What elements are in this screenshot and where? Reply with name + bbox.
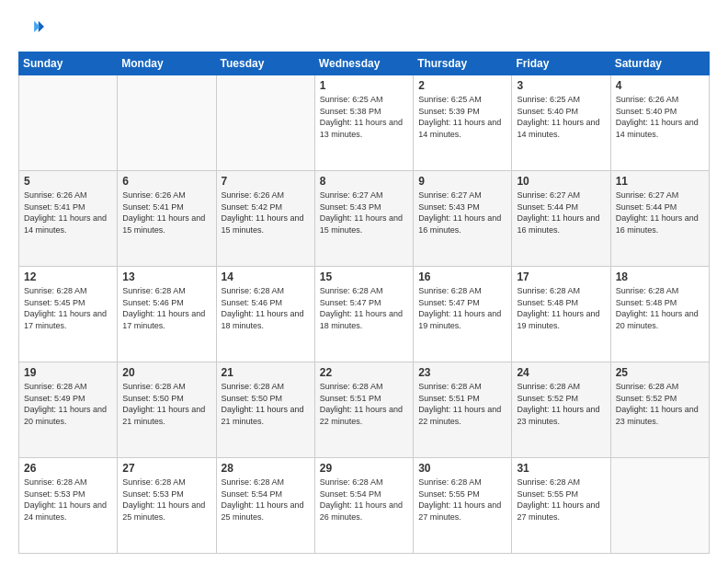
calendar-cell: 22Sunrise: 6:28 AM Sunset: 5:51 PM Dayli…	[314, 362, 413, 458]
calendar-cell: 7Sunrise: 6:26 AM Sunset: 5:42 PM Daylig…	[216, 171, 314, 267]
day-number: 27	[122, 462, 210, 475]
day-number: 11	[616, 175, 704, 188]
day-number: 15	[320, 270, 408, 283]
day-number: 31	[517, 462, 605, 475]
day-number: 7	[222, 175, 310, 188]
calendar-cell: 6Sunrise: 6:26 AM Sunset: 5:41 PM Daylig…	[118, 171, 216, 267]
calendar-cell: 29Sunrise: 6:28 AM Sunset: 5:54 PM Dayli…	[314, 458, 413, 554]
header-thursday: Thursday	[414, 52, 512, 75]
calendar-cell: 16Sunrise: 6:28 AM Sunset: 5:47 PM Dayli…	[414, 267, 512, 362]
calendar-cell: 17Sunrise: 6:28 AM Sunset: 5:48 PM Dayli…	[512, 267, 610, 362]
day-number: 24	[517, 366, 605, 379]
calendar-week-row: 1Sunrise: 6:25 AM Sunset: 5:38 PM Daylig…	[19, 75, 710, 171]
calendar-cell: 4Sunrise: 6:26 AM Sunset: 5:40 PM Daylig…	[610, 75, 709, 171]
day-info: Sunrise: 6:27 AM Sunset: 5:44 PM Dayligh…	[517, 190, 605, 236]
day-number: 1	[320, 79, 408, 92]
day-number: 30	[418, 462, 506, 475]
day-number: 3	[517, 79, 605, 92]
day-number: 25	[616, 366, 704, 379]
calendar-week-row: 19Sunrise: 6:28 AM Sunset: 5:49 PM Dayli…	[19, 362, 710, 458]
calendar-cell: 3Sunrise: 6:25 AM Sunset: 5:40 PM Daylig…	[512, 75, 610, 171]
day-info: Sunrise: 6:28 AM Sunset: 5:52 PM Dayligh…	[517, 381, 605, 427]
day-info: Sunrise: 6:26 AM Sunset: 5:42 PM Dayligh…	[222, 190, 310, 236]
header-saturday: Saturday	[610, 52, 709, 75]
calendar-cell: 25Sunrise: 6:28 AM Sunset: 5:52 PM Dayli…	[610, 362, 709, 458]
day-info: Sunrise: 6:25 AM Sunset: 5:40 PM Dayligh…	[517, 94, 605, 140]
day-info: Sunrise: 6:28 AM Sunset: 5:48 PM Dayligh…	[616, 285, 704, 331]
day-info: Sunrise: 6:27 AM Sunset: 5:43 PM Dayligh…	[418, 190, 506, 236]
calendar-cell: 18Sunrise: 6:28 AM Sunset: 5:48 PM Dayli…	[610, 267, 709, 362]
calendar-cell: 11Sunrise: 6:27 AM Sunset: 5:44 PM Dayli…	[610, 171, 709, 267]
day-info: Sunrise: 6:25 AM Sunset: 5:39 PM Dayligh…	[418, 94, 506, 140]
day-info: Sunrise: 6:28 AM Sunset: 5:49 PM Dayligh…	[24, 381, 112, 427]
day-number: 9	[418, 175, 506, 188]
day-number: 19	[24, 366, 112, 379]
day-number: 26	[24, 462, 112, 475]
logo	[18, 17, 48, 42]
day-info: Sunrise: 6:28 AM Sunset: 5:47 PM Dayligh…	[320, 285, 408, 331]
calendar-cell: 13Sunrise: 6:28 AM Sunset: 5:46 PM Dayli…	[118, 267, 216, 362]
calendar-week-row: 12Sunrise: 6:28 AM Sunset: 5:45 PM Dayli…	[19, 267, 710, 362]
day-info: Sunrise: 6:28 AM Sunset: 5:47 PM Dayligh…	[418, 285, 506, 331]
calendar-cell: 9Sunrise: 6:27 AM Sunset: 5:43 PM Daylig…	[414, 171, 512, 267]
calendar-cell: 12Sunrise: 6:28 AM Sunset: 5:45 PM Dayli…	[19, 267, 118, 362]
day-info: Sunrise: 6:25 AM Sunset: 5:38 PM Dayligh…	[320, 94, 408, 140]
day-info: Sunrise: 6:26 AM Sunset: 5:41 PM Dayligh…	[24, 190, 112, 236]
day-info: Sunrise: 6:27 AM Sunset: 5:43 PM Dayligh…	[320, 190, 408, 236]
day-info: Sunrise: 6:28 AM Sunset: 5:55 PM Dayligh…	[517, 477, 605, 523]
day-number: 20	[122, 366, 210, 379]
calendar-cell: 2Sunrise: 6:25 AM Sunset: 5:39 PM Daylig…	[414, 75, 512, 171]
calendar-table: Sunday Monday Tuesday Wednesday Thursday…	[18, 52, 710, 554]
day-number: 29	[320, 462, 408, 475]
day-number: 23	[418, 366, 506, 379]
day-info: Sunrise: 6:28 AM Sunset: 5:46 PM Dayligh…	[222, 285, 310, 331]
header-tuesday: Tuesday	[216, 52, 314, 75]
calendar-cell: 5Sunrise: 6:26 AM Sunset: 5:41 PM Daylig…	[19, 171, 118, 267]
day-info: Sunrise: 6:28 AM Sunset: 5:53 PM Dayligh…	[122, 477, 210, 523]
calendar-cell: 30Sunrise: 6:28 AM Sunset: 5:55 PM Dayli…	[414, 458, 512, 554]
day-info: Sunrise: 6:27 AM Sunset: 5:44 PM Dayligh…	[616, 190, 704, 236]
calendar-cell	[610, 458, 709, 554]
page: Sunday Monday Tuesday Wednesday Thursday…	[0, 0, 728, 563]
calendar-cell: 21Sunrise: 6:28 AM Sunset: 5:50 PM Dayli…	[216, 362, 314, 458]
calendar-cell: 23Sunrise: 6:28 AM Sunset: 5:51 PM Dayli…	[414, 362, 512, 458]
day-number: 13	[122, 270, 210, 283]
header-monday: Monday	[118, 52, 216, 75]
calendar-cell: 20Sunrise: 6:28 AM Sunset: 5:50 PM Dayli…	[118, 362, 216, 458]
header	[18, 17, 710, 42]
calendar-cell: 10Sunrise: 6:27 AM Sunset: 5:44 PM Dayli…	[512, 171, 610, 267]
calendar-cell: 24Sunrise: 6:28 AM Sunset: 5:52 PM Dayli…	[512, 362, 610, 458]
day-number: 14	[222, 270, 310, 283]
day-info: Sunrise: 6:28 AM Sunset: 5:53 PM Dayligh…	[24, 477, 112, 523]
header-sunday: Sunday	[19, 52, 118, 75]
day-info: Sunrise: 6:28 AM Sunset: 5:48 PM Dayligh…	[517, 285, 605, 331]
calendar-cell: 8Sunrise: 6:27 AM Sunset: 5:43 PM Daylig…	[314, 171, 413, 267]
day-info: Sunrise: 6:28 AM Sunset: 5:54 PM Dayligh…	[320, 477, 408, 523]
calendar-cell	[19, 75, 118, 171]
day-number: 12	[24, 270, 112, 283]
day-info: Sunrise: 6:28 AM Sunset: 5:54 PM Dayligh…	[222, 477, 310, 523]
day-number: 5	[24, 175, 112, 188]
day-number: 16	[418, 270, 506, 283]
calendar-cell: 28Sunrise: 6:28 AM Sunset: 5:54 PM Dayli…	[216, 458, 314, 554]
day-number: 8	[320, 175, 408, 188]
day-number: 28	[222, 462, 310, 475]
day-info: Sunrise: 6:28 AM Sunset: 5:51 PM Dayligh…	[320, 381, 408, 427]
day-number: 6	[122, 175, 210, 188]
calendar-cell: 19Sunrise: 6:28 AM Sunset: 5:49 PM Dayli…	[19, 362, 118, 458]
calendar-cell: 27Sunrise: 6:28 AM Sunset: 5:53 PM Dayli…	[118, 458, 216, 554]
day-number: 18	[616, 270, 704, 283]
day-number: 21	[222, 366, 310, 379]
calendar-cell: 15Sunrise: 6:28 AM Sunset: 5:47 PM Dayli…	[314, 267, 413, 362]
calendar-week-row: 26Sunrise: 6:28 AM Sunset: 5:53 PM Dayli…	[19, 458, 710, 554]
calendar-cell: 14Sunrise: 6:28 AM Sunset: 5:46 PM Dayli…	[216, 267, 314, 362]
day-info: Sunrise: 6:28 AM Sunset: 5:55 PM Dayligh…	[418, 477, 506, 523]
calendar-week-row: 5Sunrise: 6:26 AM Sunset: 5:41 PM Daylig…	[19, 171, 710, 267]
day-info: Sunrise: 6:28 AM Sunset: 5:45 PM Dayligh…	[24, 285, 112, 331]
day-info: Sunrise: 6:28 AM Sunset: 5:50 PM Dayligh…	[222, 381, 310, 427]
calendar-cell: 26Sunrise: 6:28 AM Sunset: 5:53 PM Dayli…	[19, 458, 118, 554]
day-info: Sunrise: 6:28 AM Sunset: 5:51 PM Dayligh…	[418, 381, 506, 427]
day-info: Sunrise: 6:26 AM Sunset: 5:40 PM Dayligh…	[616, 94, 704, 140]
day-info: Sunrise: 6:28 AM Sunset: 5:52 PM Dayligh…	[616, 381, 704, 427]
day-number: 17	[517, 270, 605, 283]
